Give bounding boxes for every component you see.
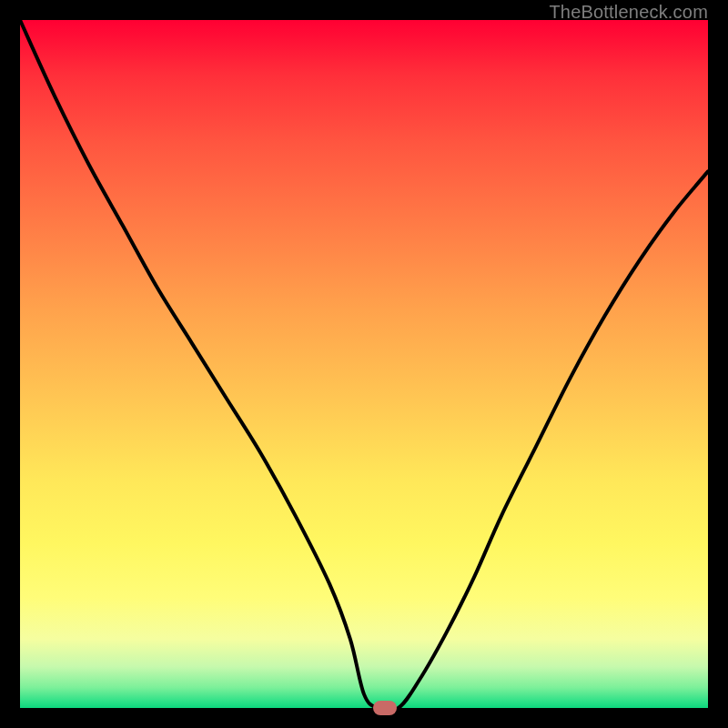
heat-gradient-background [20, 20, 708, 708]
attribution-label: TheBottleneck.com [549, 2, 708, 23]
bottleneck-marker [373, 701, 397, 715]
chart-frame [20, 20, 708, 708]
